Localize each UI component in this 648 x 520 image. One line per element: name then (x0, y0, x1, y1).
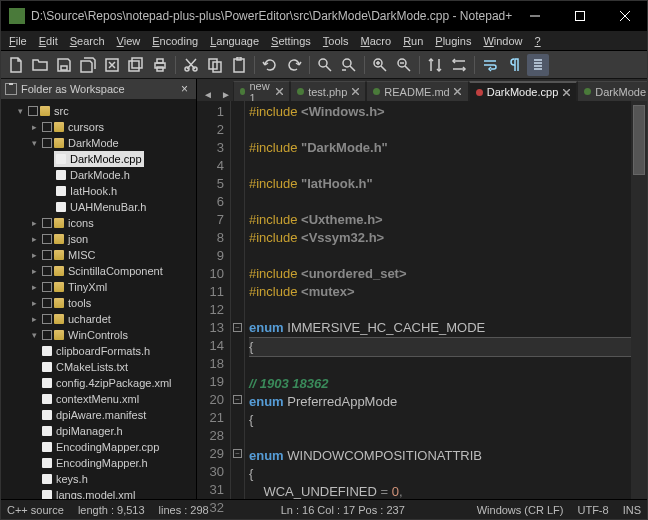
app-icon (9, 8, 25, 24)
open-file-icon[interactable] (29, 54, 51, 76)
tree-file[interactable]: dpiManager.h (29, 423, 196, 439)
close-all-icon[interactable] (125, 54, 147, 76)
menu-tools[interactable]: Tools (317, 33, 355, 49)
replace-icon[interactable] (338, 54, 360, 76)
close-file-icon[interactable] (101, 54, 123, 76)
tree-file[interactable]: IatHook.h (43, 183, 196, 199)
tab-close-icon[interactable] (276, 88, 283, 96)
line-number-gutter: 123456789101112131418192021282930313233 (197, 101, 231, 499)
tree-file[interactable]: EncodingMapper.h (29, 455, 196, 471)
copy-icon[interactable] (204, 54, 226, 76)
svg-rect-4 (132, 58, 142, 68)
tree-folder[interactable]: ▾DarkMode (29, 135, 196, 151)
tree-file[interactable]: CMakeLists.txt (29, 359, 196, 375)
save-all-icon[interactable] (77, 54, 99, 76)
tab[interactable]: README.md (366, 81, 468, 101)
tree-folder[interactable]: ▸MISC (29, 247, 196, 263)
print-icon[interactable] (149, 54, 171, 76)
tab[interactable]: DarkMode.cpp (469, 81, 578, 101)
workspace-title: Folder as Workspace (21, 83, 125, 95)
maximize-button[interactable] (557, 1, 602, 31)
menu-file[interactable]: File (3, 33, 33, 49)
sync-h-icon[interactable] (448, 54, 470, 76)
redo-icon[interactable] (283, 54, 305, 76)
toolbar (1, 51, 647, 79)
close-button[interactable] (602, 1, 647, 31)
tab-status-icon (297, 88, 304, 95)
tab-close-icon[interactable] (351, 88, 359, 96)
word-wrap-icon[interactable] (479, 54, 501, 76)
folder-icon (5, 83, 17, 95)
panel-close-icon[interactable]: × (177, 82, 192, 96)
menu-macro[interactable]: Macro (355, 33, 398, 49)
tab-close-icon[interactable] (454, 88, 462, 96)
tab-label: test.php (308, 86, 347, 98)
menu-run[interactable]: Run (397, 33, 429, 49)
new-file-icon[interactable] (5, 54, 27, 76)
tree-file[interactable]: DarkMode.cpp (43, 151, 196, 167)
minimize-button[interactable] (512, 1, 557, 31)
tree-folder[interactable]: ▸tools (29, 295, 196, 311)
menu-settings[interactable]: Settings (265, 33, 317, 49)
tab-label: new 1 (249, 81, 272, 101)
tab-status-icon (240, 88, 245, 95)
tab-label: DarkMode.h (595, 86, 647, 98)
tree-file[interactable]: EncodingMapper.cpp (29, 439, 196, 455)
menu-view[interactable]: View (111, 33, 147, 49)
cut-icon[interactable] (180, 54, 202, 76)
tree-file[interactable]: contextMenu.xml (29, 391, 196, 407)
tree-folder[interactable]: ▸json (29, 231, 196, 247)
tab-next-icon[interactable]: ► (219, 87, 233, 101)
tab-strip: ◄ ► new 1test.phpREADME.mdDarkMode.cppDa… (197, 79, 647, 101)
vertical-scrollbar[interactable] (631, 101, 647, 499)
save-icon[interactable] (53, 54, 75, 76)
tab[interactable]: DarkMode.h (577, 81, 647, 101)
tree-folder[interactable]: ▸icons (29, 215, 196, 231)
menu-?[interactable]: ? (529, 33, 547, 49)
tree-file[interactable]: dpiAware.manifest (29, 407, 196, 423)
scrollbar-thumb[interactable] (633, 105, 645, 175)
tree-file[interactable]: keys.h (29, 471, 196, 487)
menu-window[interactable]: Window (477, 33, 528, 49)
tab-status-icon (476, 89, 483, 96)
window-title: D:\Source\Repos\notepad-plus-plus\PowerE… (31, 9, 512, 23)
menu-edit[interactable]: Edit (33, 33, 64, 49)
menu-encoding[interactable]: Encoding (146, 33, 204, 49)
tree-root[interactable]: ▾src (15, 103, 196, 119)
tree-folder[interactable]: ▸TinyXml (29, 279, 196, 295)
undo-icon[interactable] (259, 54, 281, 76)
svg-rect-1 (61, 66, 67, 70)
tree-file[interactable]: UAHMenuBar.h (43, 199, 196, 215)
folder-as-workspace-panel: Folder as Workspace × ▾src▸cursors▾DarkM… (1, 79, 197, 499)
fold-column[interactable]: − − − (231, 101, 245, 499)
workspace-tree[interactable]: ▾src▸cursors▾DarkModeDarkMode.cppDarkMod… (1, 99, 196, 499)
tree-file[interactable]: clipboardFormats.h (29, 343, 196, 359)
tree-file[interactable]: DarkMode.h (43, 167, 196, 183)
tree-folder[interactable]: ▸uchardet (29, 311, 196, 327)
status-language: C++ source (7, 504, 64, 516)
zoom-in-icon[interactable] (369, 54, 391, 76)
tab[interactable]: new 1 (233, 81, 290, 101)
menu-search[interactable]: Search (64, 33, 111, 49)
indent-guide-icon[interactable] (527, 54, 549, 76)
menu-plugins[interactable]: Plugins (429, 33, 477, 49)
tab[interactable]: test.php (290, 81, 366, 101)
tab-prev-icon[interactable]: ◄ (201, 87, 215, 101)
tree-file[interactable]: langs.model.xml (29, 487, 196, 499)
tree-folder[interactable]: ▾WinControls (29, 327, 196, 343)
tab-close-icon[interactable] (562, 88, 570, 96)
status-length: length : 9,513 (78, 504, 145, 516)
paste-icon[interactable] (228, 54, 250, 76)
menu-language[interactable]: Language (204, 33, 265, 49)
show-symbols-icon[interactable] (503, 54, 525, 76)
tree-folder[interactable]: ▸cursors (29, 119, 196, 135)
zoom-out-icon[interactable] (393, 54, 415, 76)
svg-rect-3 (129, 61, 139, 71)
code-view[interactable]: #include <Windows.h> #include "DarkMode.… (245, 101, 631, 499)
tree-folder[interactable]: ▸ScintillaComponent (29, 263, 196, 279)
sync-v-icon[interactable] (424, 54, 446, 76)
svg-rect-6 (157, 59, 163, 63)
svg-rect-12 (234, 59, 244, 72)
tree-file[interactable]: config.4zipPackage.xml (29, 375, 196, 391)
find-icon[interactable] (314, 54, 336, 76)
